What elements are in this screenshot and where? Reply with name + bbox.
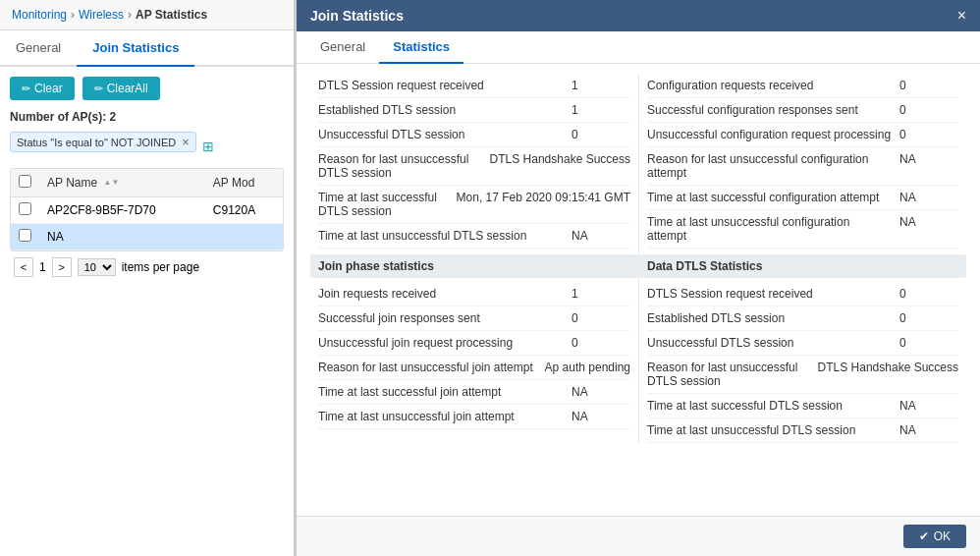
button-row: ✏ Clear ✏ ClearAll <box>10 77 284 100</box>
row2-checkbox-cell[interactable] <box>11 224 39 250</box>
clear-all-button[interactable]: ✏ ClearAll <box>82 77 160 100</box>
stat-row-data-reason-dtls: Reason for last unsuccessful DTLS sessio… <box>647 356 958 394</box>
breadcrumb-wireless[interactable]: Wireless <box>79 8 124 22</box>
stat-label-unsucc-dtls: Unsuccessful DTLS session <box>318 128 564 141</box>
table-row[interactable]: AP2CF8-9B5F-7D70 C9120A <box>11 197 283 224</box>
pagination: < 1 > 10 25 50 items per page <box>10 251 284 283</box>
breadcrumb-current: AP Statistics <box>136 8 207 22</box>
breadcrumb: Monitoring › Wireless › AP Statistics <box>0 0 294 30</box>
stat-value-data-time-succ-dtls: NA <box>899 399 958 413</box>
stat-label-join-unsucc: Unsuccessful join request processing <box>318 336 564 350</box>
stat-row-data-dtls-req: DTLS Session request received 0 <box>647 282 958 306</box>
stat-value-data-reason-dtls: DTLS Handshake Success <box>818 361 958 374</box>
join-phase-header: Join phase statistics <box>310 254 638 278</box>
clear-button[interactable]: ✏ Clear <box>10 77 75 100</box>
ok-label: OK <box>934 529 951 543</box>
stat-row-config-time-unsucc: Time at last unsuccessful configuration … <box>647 210 958 249</box>
stat-row-dtls-req: DTLS Session request received 1 <box>318 74 630 98</box>
clear-icon: ✏ <box>22 83 30 95</box>
num-aps-label: Number of AP(s): <box>10 110 106 124</box>
stat-value-join-succ: 0 <box>572 311 630 325</box>
stat-value-join-reason: Ap auth pending <box>545 361 630 374</box>
breadcrumb-monitoring[interactable]: Monitoring <box>12 8 67 22</box>
stat-value-config-unsucc: 0 <box>899 128 958 141</box>
stat-label-dtls-req: DTLS Session request received <box>318 79 564 92</box>
modal-tab-statistics[interactable]: Statistics <box>379 31 463 64</box>
stat-value-unsucc-dtls: 0 <box>572 128 630 141</box>
stat-label-data-dtls-req: DTLS Session request received <box>647 287 892 301</box>
stat-label-config-reason: Reason for last unsuccessful configurati… <box>647 152 892 180</box>
stat-label-join-succ: Successful join responses sent <box>318 311 564 325</box>
stat-row-config-unsucc: Unsuccessful configuration request proce… <box>647 123 958 147</box>
stat-label-data-time-unsucc-dtls: Time at last unsuccessful DTLS session <box>647 423 892 437</box>
row1-ap-name: AP2CF8-9B5F-7D70 <box>39 197 205 224</box>
stat-label-data-reason-dtls: Reason for last unsuccessful DTLS sessio… <box>647 361 810 388</box>
stat-value-data-unsucc-dtls: 0 <box>899 336 958 350</box>
ok-icon: ✔ <box>919 529 929 543</box>
filter-remove-button[interactable]: × <box>182 136 190 148</box>
row1-checkbox-cell[interactable] <box>11 197 39 224</box>
stat-row-data-unsucc-dtls: Unsuccessful DTLS session 0 <box>647 331 958 356</box>
row2-checkbox[interactable] <box>19 229 31 242</box>
modal-tabs: General Statistics <box>297 31 980 64</box>
stat-value-config-req: 0 <box>899 79 958 92</box>
modal-title: Join Statistics <box>310 8 404 24</box>
table-header-checkbox <box>11 169 39 197</box>
stat-value-data-dtls-req: 0 <box>899 287 958 301</box>
modal-panel: Join Statistics × General Statistics DTL… <box>295 0 980 556</box>
stat-value-data-est-dtls: 0 <box>899 311 958 325</box>
next-page-button[interactable]: > <box>52 257 72 277</box>
stat-label-config-succ: Successful configuration responses sent <box>647 103 892 117</box>
tab-general[interactable]: General <box>0 30 77 67</box>
prev-page-button[interactable]: < <box>14 257 33 277</box>
left-content: ✏ Clear ✏ ClearAll Number of AP(s): 2 St… <box>0 67 294 556</box>
row1-ap-mod: C9120A <box>205 197 283 224</box>
stat-row-unsucc-dtls: Unsuccessful DTLS session 0 <box>318 123 630 147</box>
tab-join-statistics[interactable]: Join Statistics <box>77 30 194 67</box>
table-header-ap-mod[interactable]: AP Mod <box>205 169 283 197</box>
sort-ap-name-icon[interactable]: ▲▼ <box>103 179 119 188</box>
stats-left-col: DTLS Session request received 1 Establis… <box>310 74 638 443</box>
stat-label-join-time-unsucc: Time at last unsuccessful join attempt <box>318 410 564 423</box>
breadcrumb-sep1: › <box>71 8 75 22</box>
stat-label-join-reason: Reason for last unsuccessful join attemp… <box>318 361 537 374</box>
stat-row-config-time-succ: Time at last successful configuration at… <box>647 186 958 210</box>
stat-label-config-time-unsucc: Time at last unsuccessful configuration … <box>647 215 892 243</box>
per-page-label: items per page <box>122 260 199 274</box>
filter-icon[interactable]: ⊞ <box>202 139 214 154</box>
modal-close-button[interactable]: × <box>957 8 966 24</box>
stat-row-join-time-succ: Time at last successful join attempt NA <box>318 380 630 405</box>
stat-row-join-req: Join requests received 1 <box>318 282 630 306</box>
ok-button[interactable]: ✔ OK <box>903 525 966 548</box>
modal-header: Join Statistics × <box>297 0 980 31</box>
stat-label-join-time-succ: Time at last successful join attempt <box>318 385 564 399</box>
stat-row-config-reason: Reason for last unsuccessful configurati… <box>647 147 958 186</box>
stat-row-data-time-unsucc-dtls: Time at last unsuccessful DTLS session N… <box>647 418 958 443</box>
stat-value-join-time-unsucc: NA <box>572 410 630 423</box>
stat-value-join-unsucc: 0 <box>572 336 630 350</box>
stat-row-join-time-unsucc: Time at last unsuccessful join attempt N… <box>318 405 630 429</box>
filter-tag-text: Status "Is equal to" NOT JOINED <box>17 137 176 148</box>
stat-row-config-succ: Successful configuration responses sent … <box>647 98 958 123</box>
stat-value-data-time-unsucc-dtls: NA <box>899 423 958 437</box>
per-page-select[interactable]: 10 25 50 <box>78 258 116 276</box>
stat-label-time-unsucc-dtls: Time at last unsuccessful DTLS session <box>318 229 564 243</box>
stat-value-config-reason: NA <box>899 152 958 166</box>
row1-checkbox[interactable] <box>19 202 31 215</box>
select-all-checkbox[interactable] <box>19 175 31 188</box>
num-aps: Number of AP(s): 2 <box>10 110 284 124</box>
stat-label-join-req: Join requests received <box>318 287 564 301</box>
stat-label-time-succ-dtls: Time at last successful DTLS session <box>318 191 449 218</box>
page-number: 1 <box>39 260 46 274</box>
stat-value-dtls-req: 1 <box>572 79 630 92</box>
table-header-ap-name[interactable]: AP Name ▲▼ <box>39 169 205 197</box>
stat-label-data-time-succ-dtls: Time at last successful DTLS session <box>647 399 892 413</box>
data-dtls-header: Data DTLS Statistics <box>639 254 966 278</box>
stat-label-data-unsucc-dtls: Unsuccessful DTLS session <box>647 336 892 350</box>
modal-tab-general[interactable]: General <box>306 31 379 64</box>
stat-row-time-unsucc-dtls: Time at last unsuccessful DTLS session N… <box>318 224 630 249</box>
stat-row-config-req: Configuration requests received 0 <box>647 74 958 98</box>
table-row[interactable]: NA <box>11 224 283 250</box>
stat-row-reason-dtls: Reason for last unsuccessful DTLS sessio… <box>318 147 630 186</box>
stats-right-col: Configuration requests received 0 Succes… <box>638 74 966 443</box>
